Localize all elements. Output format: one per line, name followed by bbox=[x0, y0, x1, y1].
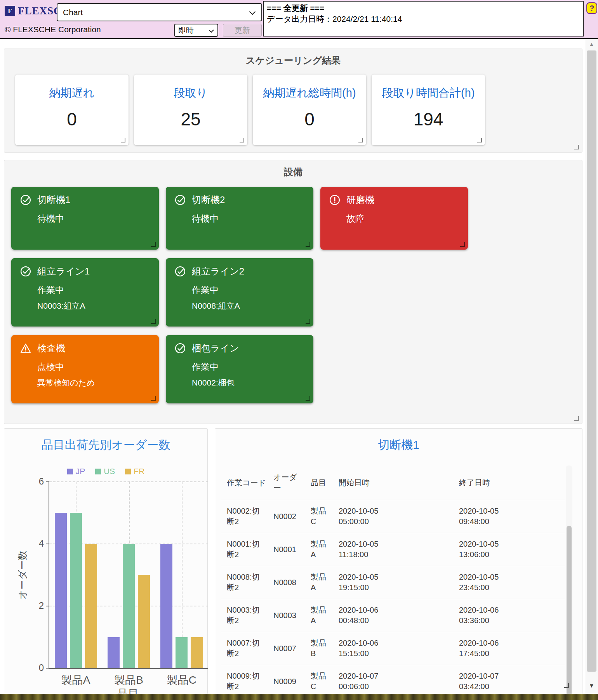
card-resize-handle-icon[interactable] bbox=[477, 138, 482, 142]
kpi-label: 納期遅れ総時間(h) bbox=[253, 85, 366, 101]
table-cell: N0001 bbox=[273, 544, 311, 555]
card-resize-handle-icon[interactable] bbox=[460, 242, 465, 247]
table-cell: N0001:切断2 bbox=[227, 539, 273, 560]
equipment-status-detail: N0002:梱包 bbox=[192, 377, 305, 388]
table-header-cell: 品目 bbox=[311, 477, 339, 488]
panel-resize-handle-icon[interactable] bbox=[564, 683, 569, 688]
equipment-name: 検査機 bbox=[37, 342, 65, 354]
card-resize-handle-icon[interactable] bbox=[151, 396, 156, 401]
y-tick-mark bbox=[46, 544, 49, 544]
equipment-card-研磨機: 研磨機故障 bbox=[320, 187, 468, 250]
equipment-name: 研磨機 bbox=[346, 194, 374, 206]
table-cell: N0008 bbox=[273, 577, 311, 588]
y-tick-label: 4 bbox=[30, 538, 44, 549]
chart-bar-製品A-FR bbox=[85, 544, 97, 668]
legend-label: US bbox=[104, 467, 115, 476]
y-tick-mark bbox=[46, 606, 49, 606]
table-cell: 2020-10-05 23:45:00 bbox=[459, 572, 565, 593]
x-tick-label: 製品A bbox=[49, 673, 102, 688]
page-scrollbar[interactable]: ▲ ▼ bbox=[585, 40, 598, 694]
update-log-line1: === 全更新 === bbox=[267, 3, 580, 14]
error-circle-icon bbox=[329, 194, 341, 206]
table-cell: 製品C bbox=[311, 671, 339, 692]
table-header-cell: 終了日時 bbox=[459, 477, 565, 488]
table-cell: 製品A bbox=[311, 572, 339, 593]
chart-y-axis-label: オーダー数 bbox=[16, 551, 29, 599]
page-scrollbar-thumb[interactable] bbox=[587, 50, 596, 672]
table-header-cell: 作業コード bbox=[227, 477, 273, 488]
kpi-label: 段取り bbox=[134, 85, 247, 101]
table-cell: 2020-10-06 15:15:00 bbox=[339, 638, 459, 659]
y-tick-label: 2 bbox=[30, 600, 44, 611]
card-resize-handle-icon[interactable] bbox=[151, 242, 156, 247]
chart-title: 品目出荷先別オーダー数 bbox=[4, 429, 207, 453]
equipment-name: 組立ライン2 bbox=[192, 265, 244, 278]
table-cell: 2020-10-05 05:00:00 bbox=[339, 506, 459, 527]
table-cell: N0009 bbox=[273, 676, 311, 687]
scroll-down-arrow-icon[interactable]: ▼ bbox=[585, 682, 598, 689]
interval-select[interactable]: 即時 bbox=[174, 24, 218, 37]
view-select[interactable]: Chart bbox=[57, 3, 262, 21]
legend-swatch-icon bbox=[95, 469, 101, 474]
table-scrollbar[interactable] bbox=[566, 466, 572, 700]
equipment-status: 故障 bbox=[346, 213, 459, 225]
equipment-card-組立ライン1: 組立ライン1作業中N0003:組立A bbox=[11, 258, 159, 327]
table-cell: N0007 bbox=[273, 643, 311, 654]
table-cell: 2020-10-05 19:15:00 bbox=[339, 572, 459, 593]
chart-legend: JPUSFR bbox=[4, 467, 207, 476]
help-button[interactable]: ? bbox=[586, 2, 597, 14]
equipment-status: 作業中 bbox=[37, 284, 150, 296]
bottom-taskbar-strip bbox=[0, 694, 598, 700]
card-resize-handle-icon[interactable] bbox=[306, 396, 310, 401]
y-tick-label: 6 bbox=[30, 476, 44, 487]
table-row: N0008:切断2N0008製品A2020-10-05 19:15:002020… bbox=[221, 566, 565, 599]
card-resize-handle-icon[interactable] bbox=[306, 319, 310, 324]
machine-table-panel: 切断機1 作業コードオーダー品目開始日時終了日時 N0002:切断2N0002製… bbox=[215, 428, 582, 700]
card-resize-handle-icon[interactable] bbox=[151, 319, 156, 324]
legend-item-JP[interactable]: JP bbox=[67, 467, 85, 476]
scroll-up-arrow-icon[interactable]: ▲ bbox=[585, 41, 598, 47]
card-resize-handle-icon[interactable] bbox=[358, 138, 363, 142]
equipment-title: 設備 bbox=[4, 160, 582, 178]
card-resize-handle-icon[interactable] bbox=[121, 138, 125, 142]
table-cell: 製品C bbox=[311, 506, 339, 527]
kpi-card-4: 段取り時間合計(h)194 bbox=[372, 75, 485, 145]
machine-table-title: 切断機1 bbox=[215, 429, 582, 453]
table-scrollbar-thumb[interactable] bbox=[567, 526, 572, 700]
table-cell: 2020-10-07 03:42:00 bbox=[459, 671, 565, 692]
panel-resize-handle-icon[interactable] bbox=[574, 416, 579, 421]
chevron-down-icon bbox=[249, 8, 256, 17]
equipment-card-切断機2: 切断機2待機中 bbox=[166, 187, 313, 250]
table-cell: N0002 bbox=[273, 511, 311, 522]
check-circle-icon bbox=[20, 266, 31, 277]
chart-bar-製品B-FR bbox=[138, 575, 150, 668]
legend-item-FR[interactable]: FR bbox=[125, 467, 144, 476]
card-resize-handle-icon[interactable] bbox=[306, 242, 310, 247]
legend-item-US[interactable]: US bbox=[95, 467, 115, 476]
table-cell: N0009:切断2 bbox=[227, 671, 273, 692]
equipment-name: 切断機1 bbox=[37, 194, 70, 206]
card-resize-handle-icon[interactable] bbox=[240, 138, 244, 142]
table-row: N0002:切断2N0002製品C2020-10-05 05:00:002020… bbox=[221, 500, 565, 533]
table-cell: 2020-10-05 09:48:00 bbox=[459, 506, 565, 527]
table-header-cell: オーダー bbox=[273, 472, 311, 493]
table-header-row: 作業コードオーダー品目開始日時終了日時 bbox=[221, 466, 565, 500]
kpi-card-3: 納期遅れ総時間(h)0 bbox=[253, 75, 366, 145]
kpi-card-row: 納期遅れ0段取り25納期遅れ総時間(h)0段取り時間合計(h)194 bbox=[15, 75, 485, 145]
table-header-cell: 開始日時 bbox=[339, 477, 459, 488]
legend-label: JP bbox=[76, 467, 85, 476]
chart-bar-製品A-JP bbox=[55, 513, 67, 668]
equipment-panel: 設備 切断機1待機中切断機2待機中研磨機故障組立ライン1作業中N0003:組立A… bbox=[4, 160, 582, 424]
table-cell: N0003:切断2 bbox=[227, 605, 273, 626]
kpi-value: 25 bbox=[134, 109, 247, 130]
chart-bar-製品C-FR bbox=[191, 637, 203, 668]
equipment-status-detail: N0008:組立A bbox=[192, 300, 305, 311]
panel-resize-handle-icon[interactable] bbox=[574, 145, 579, 149]
table-row: N0007:切断2N0007製品B2020-10-06 15:15:002020… bbox=[221, 632, 565, 665]
equipment-status: 待機中 bbox=[192, 213, 305, 225]
update-button[interactable]: 更新 bbox=[223, 24, 262, 37]
table-body: N0002:切断2N0002製品C2020-10-05 05:00:002020… bbox=[221, 500, 565, 698]
table-cell: 2020-10-07 00:06:00 bbox=[339, 671, 459, 692]
table-cell: 製品A bbox=[311, 539, 339, 560]
equipment-status: 待機中 bbox=[37, 213, 150, 225]
